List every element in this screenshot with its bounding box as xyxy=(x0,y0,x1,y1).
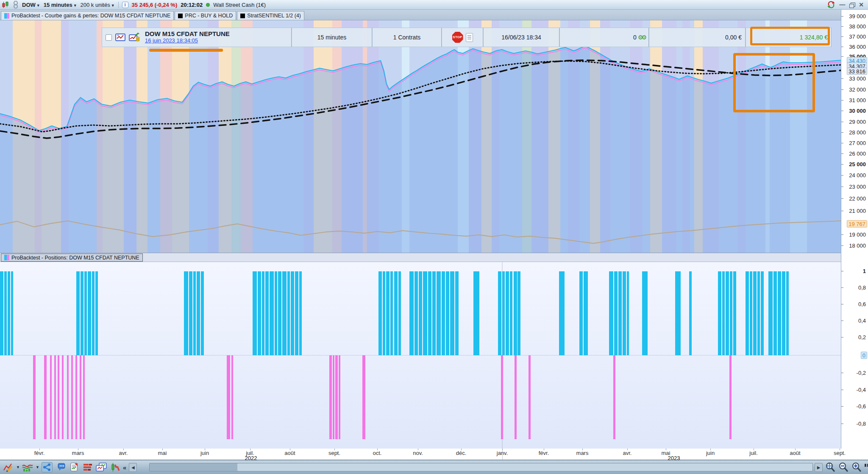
settings-wrench-icon[interactable] xyxy=(109,462,120,472)
share-icon[interactable] xyxy=(42,462,53,472)
header-timeframe-cell: 15 minutes xyxy=(292,28,372,47)
minimize-icon[interactable]: — xyxy=(839,2,845,8)
svg-text:+: + xyxy=(117,33,119,37)
x-axis-month-label: nov. xyxy=(413,450,423,456)
price-tick-label: 33 000 xyxy=(849,75,866,82)
separator xyxy=(118,2,119,8)
news-report-icon[interactable] xyxy=(69,462,80,472)
position-tick-label: -0,6 xyxy=(857,403,866,410)
axis-tick-mark xyxy=(841,26,843,27)
info-icon[interactable]: i xyxy=(122,2,128,8)
annotation-orange-rectangle[interactable] xyxy=(733,53,815,112)
price-tick-label: 19 000 xyxy=(849,231,866,238)
chart-scrollbar-thumb[interactable] xyxy=(237,463,812,471)
annotation-orange-underline[interactable] xyxy=(149,49,223,52)
close-icon[interactable]: ✕ xyxy=(859,2,864,8)
x-axis-month-label: févr. xyxy=(539,450,549,456)
axis-tick-mark xyxy=(841,56,843,57)
header-quantity-cell: 0⚙⚙ xyxy=(559,28,649,47)
tab-prc-buy-hold[interactable]: PRC - BUY & HOLD xyxy=(175,11,236,20)
stop-backtest-icon[interactable]: STOP xyxy=(452,32,463,43)
chart-scrollbar[interactable] xyxy=(149,463,813,471)
settings-gears-icon[interactable]: ⚙⚙ xyxy=(638,34,645,41)
axis-tick-mark xyxy=(841,424,843,424)
axis-tick-mark xyxy=(841,89,843,90)
order-book-icon[interactable] xyxy=(82,462,93,472)
axis-tick-mark xyxy=(841,153,843,154)
price-tick-label: 24 000 xyxy=(849,172,866,178)
draw-tools-icon[interactable] xyxy=(3,462,14,472)
chart-select-checkbox[interactable] xyxy=(106,34,112,41)
x-axis-month-label: avr. xyxy=(119,450,128,456)
axis-tick-mark xyxy=(841,111,843,111)
scroll-left-icon[interactable]: ◀ xyxy=(129,463,137,472)
units-selector[interactable]: 200 k unités▼ xyxy=(81,2,115,8)
backtest-icon[interactable] xyxy=(129,33,140,42)
chevron-down-icon[interactable]: ▼ xyxy=(16,465,19,469)
price-axis[interactable]: 39 00038 00037 00036 00035 00033 00032 0… xyxy=(841,10,868,460)
tab-probacktest-equity[interactable]: ProBacktest - Courbe gains & pertes: DOW… xyxy=(1,11,174,20)
instrument-selector[interactable]: DOW▼ xyxy=(22,2,40,8)
axis-tick-mark xyxy=(841,321,843,321)
axis-tick-mark xyxy=(841,234,843,235)
load-more-data-icon[interactable] xyxy=(864,462,868,472)
position-tick-label: 0,4 xyxy=(858,318,866,324)
zoom-out-icon[interactable] xyxy=(838,462,849,472)
x-axis-month-label: avr. xyxy=(623,450,632,456)
restore-window-icon[interactable] xyxy=(849,3,854,7)
x-axis-month-label: déc. xyxy=(456,450,467,456)
chart-windows-icon[interactable] xyxy=(96,462,107,472)
indicators-icon[interactable] xyxy=(22,462,33,472)
time-axis[interactable]: févr.marsavr.maijuinjuil.aoûtsept.oct.no… xyxy=(0,449,868,460)
link-chain-icon[interactable] xyxy=(13,1,19,8)
zoom-in-icon[interactable] xyxy=(851,462,862,472)
axis-tick-mark xyxy=(841,287,843,288)
position-tick-label: 0,6 xyxy=(858,301,866,307)
price-tick-label: 37 000 xyxy=(849,33,866,40)
add-indicator-icon[interactable]: + xyxy=(115,33,127,42)
price-tick-label: 22 000 xyxy=(849,195,866,202)
header-contracts-cell: 1 Contrats xyxy=(372,28,442,47)
series-color-swatch-icon xyxy=(178,14,183,18)
price-tick-label: 38 000 xyxy=(849,23,866,30)
x-axis-month-label: mai xyxy=(158,450,167,456)
header-open-pnl-cell: 0,00 € xyxy=(649,28,746,47)
scroll-right-icon[interactable]: ▶ xyxy=(815,463,823,472)
price-tick-label: 21 000 xyxy=(849,208,866,214)
price-tick-label: 29 000 xyxy=(849,119,866,125)
x-axis-month-label: sept. xyxy=(328,450,340,456)
chart-header-title-cell: + DOW M15 CFDAT NEPTUNE 16 juin 2023 18:… xyxy=(102,28,292,47)
position-tick-label: 1 xyxy=(863,268,866,274)
candlestick-chart-icon[interactable] xyxy=(2,1,9,8)
annotation-orange-value-box[interactable] xyxy=(750,27,830,45)
report-document-icon[interactable] xyxy=(466,33,473,42)
chevron-down-icon[interactable]: ▼ xyxy=(36,465,39,469)
equity-chart-svg xyxy=(0,20,841,253)
x-axis-month-label: févr. xyxy=(34,450,45,456)
title-bar: DOW▼ 15 minutes▼ 200 k unités▼ i 35 245,… xyxy=(0,0,868,10)
x-axis-month-label: août xyxy=(284,450,295,456)
zoom-fit-icon[interactable] xyxy=(825,462,836,472)
tab-strat-sentinel[interactable]: StratSENTINEL 1/2 (4) xyxy=(237,11,304,20)
equity-chart-plot[interactable]: IT-Finance.com - Temps Réel xyxy=(0,20,841,253)
positions-chart-plot[interactable] xyxy=(0,262,841,449)
prorealtime-window: DOW▼ 15 minutes▼ 200 k unités▼ i 35 245,… xyxy=(0,0,868,474)
last-price: 35 245,6 (-0,24 %) xyxy=(132,2,178,8)
price-tick-label: 23 000 xyxy=(849,184,866,190)
short-position-bars xyxy=(33,355,732,439)
collapse-toolbar-icon[interactable]: « xyxy=(123,464,126,471)
current-position-chip: 0 xyxy=(861,352,867,359)
backtest-date-link[interactable]: 16 juin 2023 18:34:05 xyxy=(145,37,230,44)
axis-tick-mark xyxy=(841,390,843,390)
axis-tick-mark xyxy=(841,198,843,199)
feed-name: Wall Street Cash (1€) xyxy=(213,2,266,8)
price-tick-label: 26 000 xyxy=(849,151,866,157)
tab-probacktest-positions[interactable]: ProBacktest - Positions: DOW M15 CFDAT N… xyxy=(1,254,143,262)
axis-tick-mark xyxy=(841,175,843,176)
chat-icon[interactable] xyxy=(55,462,66,472)
price-tick-label: 36 000 xyxy=(849,44,866,50)
timeframe-selector[interactable]: 15 minutes▼ xyxy=(44,2,77,8)
price-tick-label: 18 000 xyxy=(849,243,866,249)
position-tick-label: 0,8 xyxy=(858,284,866,291)
refresh-icon[interactable] xyxy=(827,1,835,8)
